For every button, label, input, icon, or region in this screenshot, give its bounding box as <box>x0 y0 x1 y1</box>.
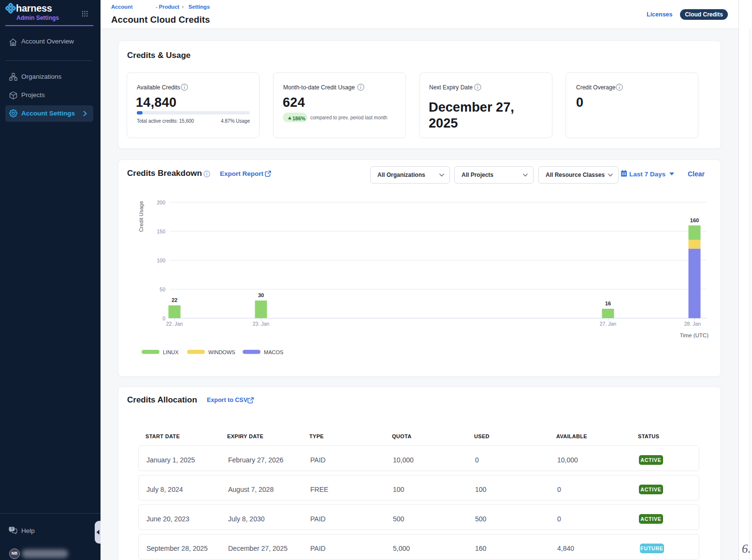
svg-text:?: ? <box>11 527 13 531</box>
svg-text:0: 0 <box>162 316 165 321</box>
svg-text:100: 100 <box>157 258 165 263</box>
svg-text:200: 200 <box>157 200 165 205</box>
svg-text:28. Jan: 28. Jan <box>684 321 701 327</box>
svg-text:Credit Usage: Credit Usage <box>138 201 144 232</box>
svg-text:Time (UTC): Time (UTC) <box>680 332 709 338</box>
svg-text:50: 50 <box>159 287 165 292</box>
svg-text:150: 150 <box>157 229 165 234</box>
svg-text:22: 22 <box>172 297 177 303</box>
svg-text:30: 30 <box>258 292 264 298</box>
svg-text:WINDOWS: WINDOWS <box>208 349 235 355</box>
svg-text:160: 160 <box>690 217 699 223</box>
svg-text:27. Jan: 27. Jan <box>600 321 617 327</box>
svg-text:23. Jan: 23. Jan <box>253 321 270 327</box>
svg-text:LINUX: LINUX <box>163 349 179 355</box>
svg-text:MACOS: MACOS <box>264 349 283 355</box>
svg-text:16: 16 <box>605 301 611 306</box>
svg-text:22. Jan: 22. Jan <box>166 321 183 327</box>
